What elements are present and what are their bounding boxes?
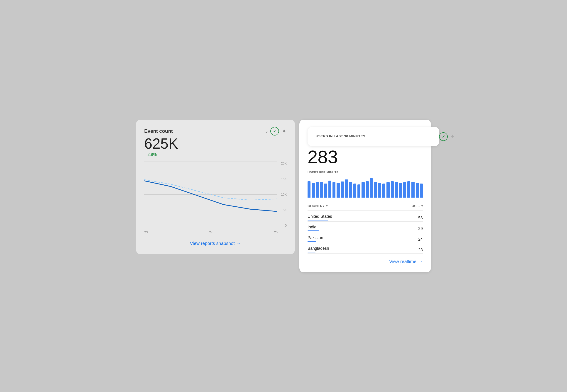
bar (349, 182, 352, 197)
country-value: 24 (418, 237, 423, 242)
bar (420, 183, 423, 197)
users-dropdown-arrow[interactable]: ▾ (422, 204, 423, 208)
bar (345, 180, 348, 197)
bar (378, 183, 381, 197)
dashboard-container: Event count › ✓ ✦ 625K ↑ 2.9% (136, 120, 431, 272)
bar (386, 182, 389, 197)
line-chart-area: 20K 15K 10K 5K 0 23 24 25 (144, 162, 287, 234)
bar (312, 183, 315, 197)
bar (320, 182, 323, 197)
table-row[interactable]: Pakistan 24 (307, 232, 423, 243)
bar (374, 182, 377, 197)
bar (403, 182, 406, 197)
view-realtime-link[interactable]: View realtime → (307, 259, 423, 264)
users-per-minute-label: USERS PER MINUTE (307, 171, 423, 174)
bar (362, 182, 364, 197)
table-row[interactable]: Bangladesh 23 (307, 243, 423, 253)
sparkle-icon-right[interactable]: ✦ (451, 134, 454, 140)
table-row[interactable]: United States 56 (307, 211, 423, 222)
bar (316, 182, 319, 197)
country-name: Pakistan (307, 236, 323, 240)
country-dropdown-arrow[interactable]: ▾ (326, 204, 328, 208)
bar (370, 178, 373, 197)
country-value: 29 (418, 226, 423, 231)
left-card-title: Event count (144, 128, 173, 134)
nav-arrow-icon[interactable]: › (266, 129, 268, 134)
bar (324, 183, 327, 197)
country-name: United States (307, 214, 332, 219)
event-count-value: 625K (144, 136, 287, 151)
table-row[interactable]: India 29 (307, 222, 423, 232)
line-chart-svg (144, 162, 277, 227)
left-card-icons: › ✓ ✦ (266, 127, 287, 136)
x-axis-labels: 23 24 25 (144, 230, 278, 234)
bar (366, 181, 369, 197)
event-count-card: Event count › ✓ ✦ 625K ↑ 2.9% (136, 120, 295, 254)
bar (333, 182, 335, 197)
right-card-icons: ✓ ✦ (439, 132, 454, 141)
bar (399, 183, 402, 197)
realtime-card: USERS IN LAST 30 MINUTES ✓ ✦ 283 USERS P… (299, 120, 431, 272)
sparkle-icon[interactable]: ✦ (282, 128, 287, 135)
bar (341, 182, 344, 197)
country-value: 23 (418, 248, 423, 252)
bar (391, 181, 394, 197)
country-bar (307, 252, 316, 252)
check-icon[interactable]: ✓ (270, 127, 279, 136)
country-name: India (307, 225, 319, 230)
bar (328, 181, 331, 197)
country-table-header: COUNTRY ▾ US… ▾ (307, 204, 423, 211)
bar (357, 184, 360, 197)
bar (395, 182, 398, 197)
users-column-header[interactable]: US… ▾ (412, 204, 423, 208)
bar (382, 183, 385, 197)
metric-change: ↑ 2.9% (144, 152, 287, 157)
country-table: United States 56 India 29 Pakistan 24 Ba… (307, 211, 423, 253)
y-axis-labels: 20K 15K 10K 5K 0 (281, 162, 287, 227)
bar (411, 182, 414, 197)
bar-chart (307, 177, 423, 197)
bar (307, 181, 310, 197)
country-bar (307, 241, 316, 242)
realtime-value: 283 (307, 148, 423, 166)
bar (416, 183, 419, 197)
check-icon-right[interactable]: ✓ (439, 132, 448, 141)
left-card-header: Event count › ✓ ✦ (144, 127, 287, 136)
bar (336, 183, 339, 197)
bar (407, 181, 410, 197)
view-reports-snapshot-link[interactable]: View reports snapshot → (144, 241, 287, 246)
country-bar (307, 220, 328, 221)
bar (353, 183, 356, 197)
country-value: 56 (418, 216, 423, 221)
country-name: Bangladesh (307, 246, 329, 251)
country-bar (307, 230, 319, 231)
realtime-card-title: USERS IN LAST 30 MINUTES (307, 127, 439, 146)
country-column-header[interactable]: COUNTRY ▾ (307, 204, 328, 208)
right-card-header: USERS IN LAST 30 MINUTES ✓ ✦ (307, 127, 423, 146)
